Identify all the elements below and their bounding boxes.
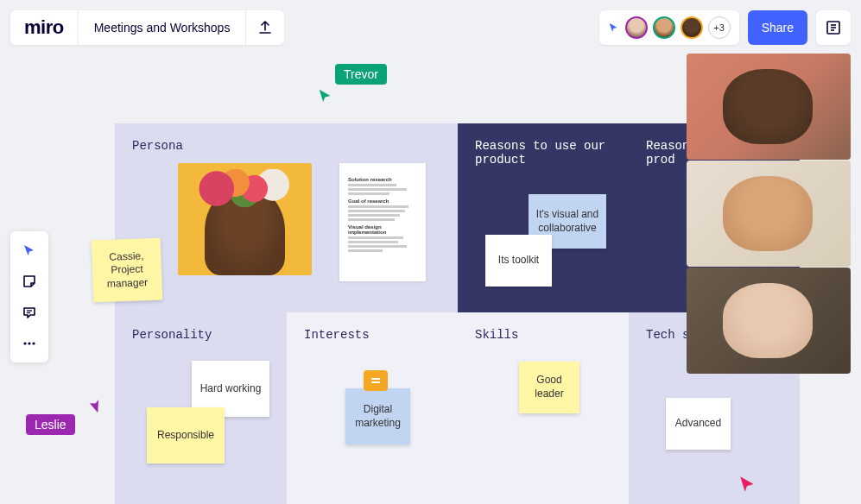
header-left: miro Meetings and Workshops [10, 10, 284, 45]
tool-select[interactable] [10, 235, 48, 266]
cell-title: Personality [132, 328, 269, 342]
sticky-text: Advanced [675, 417, 721, 431]
svg-point-9 [28, 342, 30, 344]
avatar[interactable] [653, 16, 675, 39]
comment-icon [22, 306, 36, 319]
remote-cursor-leslie: Leslie [26, 397, 102, 435]
export-button[interactable] [246, 10, 284, 45]
header: miro Meetings and Workshops +3 Share [10, 10, 851, 45]
board-title[interactable]: Meetings and Workshops [78, 10, 247, 45]
video-tile[interactable] [687, 268, 851, 374]
share-label: Share [762, 21, 794, 35]
tool-comment[interactable] [10, 297, 48, 328]
activity-icon [826, 20, 841, 35]
sticky-text: Cassie, Project manager [98, 249, 155, 292]
tool-sticky[interactable] [10, 266, 48, 297]
sticky-text: Responsible [157, 429, 214, 443]
facilitator-icon[interactable] [608, 22, 620, 34]
sticky-toolkit[interactable]: Its toolkit [485, 235, 552, 287]
sticky-text: It's visual and collaborative [535, 208, 599, 235]
sticky-digital[interactable]: Digital marketing [345, 388, 410, 444]
cell-title: Skills [475, 328, 611, 342]
sticky-cassie[interactable]: Cassie, Project manager [92, 238, 162, 303]
avatar[interactable] [625, 16, 648, 39]
presence-box: +3 [599, 10, 739, 45]
cell-title: Interests [304, 328, 440, 342]
cursor-icon [22, 243, 36, 257]
logo: miro [24, 16, 64, 39]
persona-image[interactable] [178, 163, 312, 275]
sticky-icon [22, 274, 36, 288]
avatar-more[interactable]: +3 [708, 16, 731, 39]
left-toolbar [10, 231, 48, 362]
header-right: +3 Share [599, 10, 851, 45]
activity-button[interactable] [816, 10, 851, 45]
tool-more[interactable] [10, 328, 48, 359]
board-title-text: Meetings and Workshops [94, 21, 231, 35]
sticky-advanced[interactable]: Advanced [666, 398, 731, 450]
logo-box[interactable]: miro [10, 10, 78, 45]
sticky-text: Hard working [200, 382, 262, 396]
video-panel [687, 54, 851, 374]
video-tile[interactable] [687, 54, 851, 160]
video-tile[interactable] [687, 161, 851, 267]
sticky-text: Its toolkit [498, 254, 539, 268]
cell-title: Reasons to use our product [475, 139, 611, 167]
doc-heading: Goal of research [348, 198, 417, 204]
cursor-name: Leslie [26, 414, 75, 435]
more-icon [22, 342, 36, 345]
sticky-responsible[interactable]: Responsible [147, 407, 225, 463]
cell-title: Persona [132, 139, 440, 153]
sticky-text: Good leader [526, 374, 573, 400]
comment-icon[interactable] [364, 370, 388, 391]
doc-heading: Solution research [348, 177, 417, 182]
avatar-more-text: +3 [713, 22, 725, 33]
cursor-name: Trevor [335, 64, 387, 85]
remote-cursor-red [738, 475, 757, 497]
share-button[interactable]: Share [748, 10, 807, 45]
document-card[interactable]: Solution research Goal of research Visua… [339, 163, 426, 281]
doc-heading: Visual design implementation [348, 224, 417, 235]
sticky-text: Digital marketing [352, 403, 403, 430]
sticky-goodleader[interactable]: Good leader [519, 362, 579, 413]
svg-point-8 [23, 342, 26, 344]
upload-icon [258, 21, 272, 35]
remote-cursor-trevor: Trevor [320, 64, 387, 85]
avatar[interactable] [681, 16, 703, 39]
svg-point-10 [32, 342, 35, 344]
